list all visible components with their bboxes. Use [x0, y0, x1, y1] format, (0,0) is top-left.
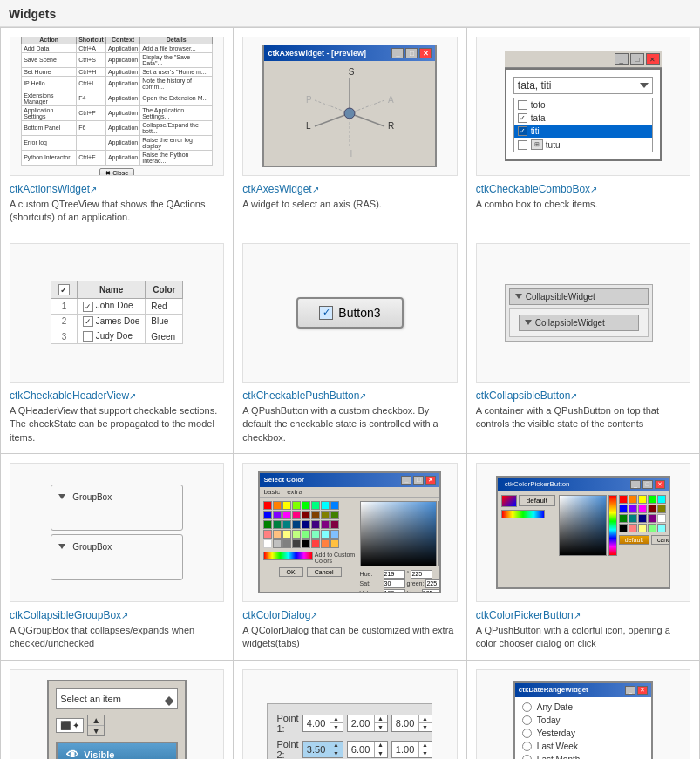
- visible-button[interactable]: 👁 Visible: [56, 742, 178, 759]
- p2x-up[interactable]: ▲: [330, 742, 343, 749]
- cd-min-btn[interactable]: _: [401, 476, 411, 485]
- radio-any[interactable]: [522, 702, 532, 712]
- date-yesterday[interactable]: Yesterday: [515, 727, 651, 740]
- p2x-down[interactable]: ▼: [330, 749, 343, 757]
- cpb-color-btn[interactable]: default: [519, 495, 555, 506]
- menu-extra[interactable]: extra: [287, 488, 302, 496]
- spinner-up[interactable]: ▲: [88, 715, 104, 726]
- checkbox-tutu[interactable]: [518, 140, 527, 150]
- widget-desc-ctkAxesWidget: A widget to select an axis (RAS).: [242, 198, 457, 211]
- collapsible-btn-top[interactable]: CollapsibleWidget: [509, 288, 649, 305]
- radio-lastweek[interactable]: [522, 742, 532, 751]
- p2z-up[interactable]: ▲: [419, 742, 432, 749]
- preview-ctkCollapsibleGroupBox: GroupBox GroupBox: [10, 463, 224, 602]
- row3-checkbox[interactable]: [83, 331, 93, 342]
- dr-min[interactable]: _: [625, 686, 635, 695]
- minimize-btn[interactable]: _: [391, 48, 404, 58]
- point1-x[interactable]: 4.00 ▲ ▼: [302, 715, 343, 732]
- cd-max-btn[interactable]: □: [413, 476, 424, 485]
- combo-header[interactable]: tata, titi: [513, 77, 653, 94]
- widget-desc-ctkCheckableComboBox: A combo box to check items.: [476, 198, 690, 211]
- widget-desc-ctkCheckablePushButton: A QPushButton with a custom checkbox. By…: [242, 404, 457, 444]
- widget-name-ctkCheckableHeaderView[interactable]: ctkCheckableHeaderView↗: [10, 390, 224, 402]
- radio-lastmonth[interactable]: [522, 755, 532, 759]
- spinner-down[interactable]: ▼: [88, 726, 104, 735]
- widget-name-ctkCheckablePushButton[interactable]: ctkCheckablePushButton↗: [242, 390, 457, 402]
- cpb-default-btn[interactable]: default: [619, 535, 649, 545]
- date-today[interactable]: Today: [515, 714, 651, 727]
- menu-basic[interactable]: basic: [263, 488, 280, 496]
- combo-item-tata[interactable]: ✓ tata: [514, 112, 652, 125]
- p1z-down[interactable]: ▼: [419, 723, 432, 731]
- p2y-down[interactable]: ▼: [375, 749, 387, 757]
- combo-item-toto[interactable]: toto: [514, 98, 652, 112]
- p1y-down[interactable]: ▼: [375, 723, 387, 731]
- page-title: Widgets: [0, 0, 700, 27]
- collapsible-btn-inner[interactable]: CollapsibleWidget: [519, 315, 639, 331]
- preview-ctkDateRangeWidget: ctkDateRangeWidget _ ✕ Any Date Today: [476, 669, 690, 759]
- header-checkbox[interactable]: [58, 284, 70, 295]
- widget-cell-ctkCollapsibleButton: CollapsibleWidget CollapsibleWidget ctkC…: [467, 234, 700, 454]
- widget-name-ctkCollapsibleButton[interactable]: ctkCollapsibleButton↗: [476, 390, 690, 402]
- point1-z[interactable]: 8.00 ▲ ▼: [391, 715, 432, 732]
- cd-ok-btn[interactable]: OK: [279, 567, 303, 577]
- combo-item-titi[interactable]: ✓ titi: [514, 125, 652, 138]
- cd-cancel-btn[interactable]: Cancel: [307, 567, 342, 577]
- p1z-up[interactable]: ▲: [419, 715, 432, 723]
- restore-btn[interactable]: □: [405, 48, 418, 58]
- preview-ctkColorDialog: Select Color _ □ ✕ basic extra: [242, 463, 457, 602]
- date-any[interactable]: Any Date: [515, 701, 651, 714]
- close-btn[interactable]: ✕: [419, 48, 432, 58]
- cls-btn[interactable]: ✕: [646, 53, 660, 65]
- p1x-up[interactable]: ▲: [330, 715, 343, 723]
- svg-text:I: I: [350, 149, 353, 159]
- date-lastmonth[interactable]: Last Month: [515, 753, 651, 759]
- checkbox-tata[interactable]: ✓: [518, 113, 527, 123]
- preview-ctkCheckableHeaderView: Name Color 1 John Doe Red 2 James Doe Bl…: [10, 243, 224, 383]
- point1-y[interactable]: 2.00 ▲ ▼: [347, 715, 388, 732]
- widget-desc-ctkColorPickerButton: A QPushButton with a colorful icon, open…: [476, 624, 690, 651]
- widget-desc-ctkCollapsibleGroupBox: A QGroupBox that collapses/expands when …: [10, 624, 224, 651]
- cpb-max[interactable]: □: [642, 480, 653, 489]
- preview-ctkCollapsibleButton: CollapsibleWidget CollapsibleWidget: [476, 243, 690, 383]
- widget-name-ctkAxesWidget[interactable]: ctkAxesWidget↗: [242, 183, 457, 195]
- point2-z[interactable]: 1.00 ▲ ▼: [391, 741, 432, 758]
- cpb-cls[interactable]: ✕: [655, 480, 665, 489]
- widget-name-ctkColorDialog[interactable]: ctkColorDialog↗: [242, 609, 457, 621]
- p2z-down[interactable]: ▼: [419, 749, 432, 757]
- preview-ctkAxesWidget: ctkAxesWidget - [Preview] _ □ ✕: [242, 37, 457, 176]
- checkbox-toto[interactable]: [518, 100, 527, 110]
- cpb-min[interactable]: _: [630, 480, 641, 489]
- widget-cell-ctkColorPickerButton: ctkColorPickerButton _ □ ✕ default: [467, 454, 700, 661]
- date-lastweek[interactable]: Last Week: [515, 740, 651, 753]
- radio-today[interactable]: [522, 715, 532, 725]
- checkable-push-button[interactable]: ✓ Button3: [296, 297, 403, 329]
- checkbox-titi[interactable]: ✓: [518, 126, 527, 136]
- row1-checkbox[interactable]: [83, 302, 93, 312]
- p1y-up[interactable]: ▲: [375, 715, 387, 723]
- widget-cell-ctkCheckableHeaderView: Name Color 1 John Doe Red 2 James Doe Bl…: [1, 234, 234, 454]
- widget-cell-ctkActionsWidget: ActionShortcutContextDetails Add DataCtr…: [1, 28, 234, 234]
- widget-name-ctkCheckableComboBox[interactable]: ctkCheckableComboBox↗: [476, 183, 690, 195]
- widget-name-ctkColorPickerButton[interactable]: ctkColorPickerButton↗: [476, 609, 690, 621]
- cd-cls-btn[interactable]: ✕: [425, 476, 436, 485]
- p2y-up[interactable]: ▲: [375, 742, 387, 749]
- p1x-down[interactable]: ▼: [330, 723, 343, 731]
- min-btn[interactable]: _: [615, 53, 629, 65]
- radio-yesterday[interactable]: [522, 729, 532, 738]
- svg-text:R: R: [388, 121, 394, 131]
- point2-x[interactable]: 3.50 ▲ ▼: [302, 741, 343, 758]
- combo-item-tutu[interactable]: ⊞tutu: [514, 138, 652, 152]
- point2-y[interactable]: 6.00 ▲ ▼: [347, 741, 388, 758]
- select-item-dropdown[interactable]: Select an item: [56, 688, 178, 709]
- icon-picker[interactable]: ⬛ ✦: [56, 718, 84, 733]
- max-btn[interactable]: □: [630, 53, 644, 65]
- dr-cls[interactable]: ✕: [637, 686, 648, 695]
- widget-cell-ctkCheckableComboBox: _ □ ✕ tata, titi toto: [467, 28, 700, 234]
- widget-name-ctkActionsWidget[interactable]: ctkActionsWidget↗: [10, 183, 224, 195]
- preview-ctkCheckableComboBox: _ □ ✕ tata, titi toto: [476, 37, 690, 176]
- row2-checkbox[interactable]: [83, 316, 93, 327]
- cpb-cancel-btn2[interactable]: cancel: [651, 535, 670, 545]
- widgets-grid: ActionShortcutContextDetails Add DataCtr…: [0, 27, 700, 759]
- widget-name-ctkCollapsibleGroupBox[interactable]: ctkCollapsibleGroupBox↗: [10, 609, 224, 621]
